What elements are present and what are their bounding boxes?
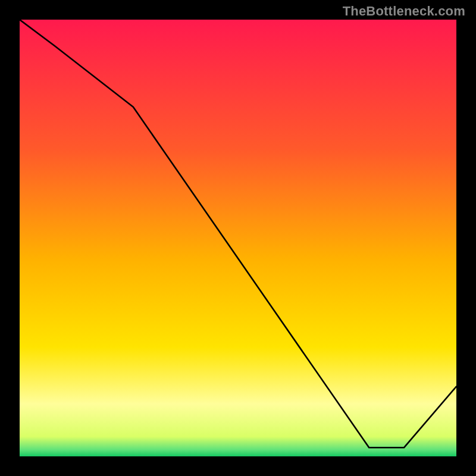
chart-stage: TheBottleneck.com (0, 0, 476, 476)
watermark-text: TheBottleneck.com (343, 4, 465, 19)
plot-frame (18, 18, 458, 458)
bottleneck-chart (20, 20, 456, 456)
gradient-background (20, 20, 456, 456)
